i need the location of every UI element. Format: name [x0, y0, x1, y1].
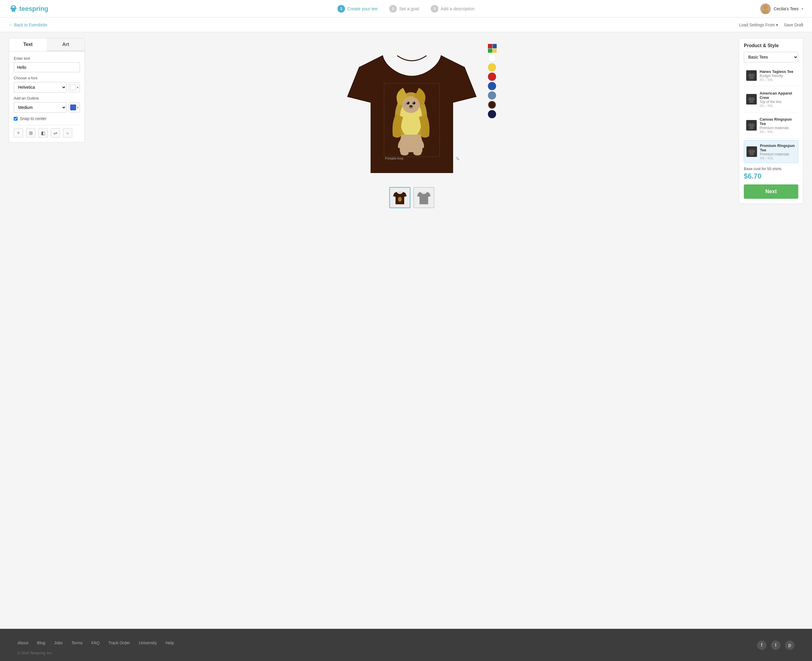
- color-navy[interactable]: [488, 110, 496, 118]
- color-yellow[interactable]: [488, 63, 496, 72]
- product-thumb-canvas: [746, 120, 757, 131]
- category-select[interactable]: Basic Tees Premium Tees Tank Tops Hoodie…: [744, 52, 798, 62]
- step-2[interactable]: 2 Set a goal: [389, 5, 419, 13]
- snap-to-center-checkbox[interactable]: [14, 117, 18, 121]
- thumb-front[interactable]: [389, 187, 411, 208]
- logo-text: teespring: [19, 5, 48, 13]
- scale-tool-button[interactable]: ◧: [38, 128, 48, 137]
- product-sizes-hanes: XS – 5XL: [759, 78, 796, 81]
- footer-link-faq[interactable]: FAQ: [91, 640, 99, 645]
- product-sub-canvas: Premium materials: [759, 126, 796, 130]
- chevron-down-icon: ▾: [776, 22, 778, 27]
- svg-point-11: [409, 105, 413, 107]
- add-tool-button[interactable]: +: [14, 128, 23, 137]
- product-thumb-premium: [747, 146, 757, 157]
- load-settings-button[interactable]: Load Settings From ▾: [739, 22, 778, 27]
- font-row: Helvetica Arial Times New Roman ▾: [14, 82, 80, 93]
- product-item-american[interactable]: American Apparel Crew Top of the line XS…: [744, 88, 798, 110]
- tab-art[interactable]: Art: [47, 38, 84, 51]
- left-panel: Text Art Enter text Choose a font Helvet…: [9, 38, 85, 623]
- pinterest-icon[interactable]: p: [785, 640, 794, 650]
- product-name-american: American Apparel Crew: [759, 91, 796, 100]
- product-info-american: American Apparel Crew Top of the line XS…: [759, 91, 796, 107]
- tab-text[interactable]: Text: [9, 38, 47, 51]
- move-tool-button[interactable]: ⊞: [26, 128, 35, 137]
- product-style-title: Product & Style: [744, 43, 798, 48]
- outline-color-picker[interactable]: ▾: [69, 102, 80, 112]
- panel-content: Enter text Choose a font Helvetica Arial…: [9, 51, 85, 142]
- step-3[interactable]: 3 Add a description: [431, 5, 475, 13]
- product-sizes-american: XS – 5XL: [759, 104, 796, 107]
- color-red[interactable]: [488, 73, 496, 81]
- base-cost-label: Base cost for 50 shirts: [744, 166, 798, 171]
- tee-container: Printable Area 🔍: [342, 38, 482, 182]
- chevron-down-icon: ▾: [77, 86, 78, 89]
- footer-link-help[interactable]: Help: [166, 640, 174, 645]
- color-brown[interactable]: [488, 101, 496, 109]
- nav-steps: 1 Create your tee 2 Set a goal 3 Add a d…: [338, 5, 475, 13]
- facebook-icon[interactable]: f: [757, 640, 766, 650]
- product-thumb-hanes: [746, 70, 757, 81]
- outline-row: Medium None Small Large ▾: [14, 102, 80, 113]
- align-tool-button[interactable]: ⬦: [63, 128, 72, 137]
- flip-tool-button[interactable]: ⇌: [51, 128, 60, 137]
- color-slate[interactable]: [488, 91, 496, 99]
- footer-link-jobs[interactable]: Jobs: [54, 640, 63, 645]
- back-link[interactable]: ← Back to Eventbrite: [9, 22, 48, 27]
- tab-bar: Text Art: [9, 38, 85, 51]
- svg-point-6: [402, 97, 420, 113]
- footer-link-blog[interactable]: Blog: [37, 640, 45, 645]
- footer-copyright: © 2014 Teespring, Inc.: [18, 651, 794, 655]
- user-menu[interactable]: Cecilia's Tees ▾: [760, 3, 803, 14]
- step-1[interactable]: 1 Create your tee: [338, 5, 377, 13]
- step-3-num: 3: [431, 5, 438, 13]
- main-content: Text Art Enter text Choose a font Helvet…: [0, 32, 812, 629]
- footer-top: About Blog Jobs Terms FAQ Track Order Un…: [18, 640, 794, 651]
- step-3-label: Add a description: [441, 6, 475, 11]
- product-name-canvas: Canvas Ringspun Tee: [759, 117, 796, 126]
- right-panel: Product & Style Basic Tees Premium Tees …: [739, 38, 803, 623]
- next-button[interactable]: Next: [744, 184, 798, 199]
- svg-point-13: [413, 151, 422, 155]
- svg-point-10: [413, 102, 414, 103]
- chevron-down-icon: ▾: [77, 106, 78, 109]
- product-item-premium[interactable]: Premium Ringspun Tee Premium materials X…: [744, 140, 798, 163]
- svg-text:🔍: 🔍: [456, 156, 460, 160]
- svg-point-8: [412, 102, 416, 104]
- divider-2: [744, 112, 798, 112]
- footer-social: f t p: [757, 640, 794, 650]
- twitter-icon[interactable]: t: [771, 640, 780, 650]
- product-sub-premium: Premium materials: [760, 152, 796, 156]
- font-select[interactable]: Helvetica Arial Times New Roman: [14, 82, 67, 93]
- multicolor-button[interactable]: [488, 44, 497, 53]
- color-white[interactable]: [488, 54, 496, 62]
- snap-to-center-label: Snap to center: [20, 116, 46, 121]
- product-sizes-premium: XS – 5XL: [760, 156, 796, 160]
- product-item-hanes[interactable]: Hanes Tagless Tee Budget friendly XS – 5…: [744, 67, 798, 84]
- save-draft-button[interactable]: Save Draft: [784, 22, 803, 27]
- thumb-back[interactable]: [413, 187, 435, 208]
- product-info-hanes: Hanes Tagless Tee Budget friendly XS – 5…: [759, 69, 796, 81]
- divider-1: [744, 86, 798, 86]
- svg-point-7: [407, 102, 409, 104]
- color-blue[interactable]: [488, 82, 496, 90]
- product-sub-american: Top of the line: [759, 100, 796, 104]
- font-color-picker[interactable]: ▾: [69, 82, 80, 92]
- font-color-swatch: [70, 84, 76, 90]
- product-list: Hanes Tagless Tee Budget friendly XS – 5…: [744, 67, 798, 163]
- step-2-label: Set a goal: [399, 6, 419, 11]
- logo[interactable]: teespring: [9, 4, 48, 13]
- product-item-canvas[interactable]: Canvas Ringspun Tee Premium materials XS…: [744, 114, 798, 136]
- base-cost-price: $6.70: [744, 172, 798, 180]
- footer-link-about[interactable]: About: [18, 640, 29, 645]
- enter-text-label: Enter text: [14, 56, 80, 61]
- svg-point-1: [763, 5, 768, 10]
- color-palette: [488, 44, 497, 118]
- text-input[interactable]: [14, 62, 80, 72]
- product-name-hanes: Hanes Tagless Tee: [759, 69, 796, 74]
- footer-link-terms[interactable]: Terms: [72, 640, 83, 645]
- outline-select[interactable]: Medium None Small Large: [14, 102, 67, 113]
- footer-link-track[interactable]: Track Order: [108, 640, 130, 645]
- footer-link-university[interactable]: University: [139, 640, 157, 645]
- thumbnails: [389, 187, 435, 208]
